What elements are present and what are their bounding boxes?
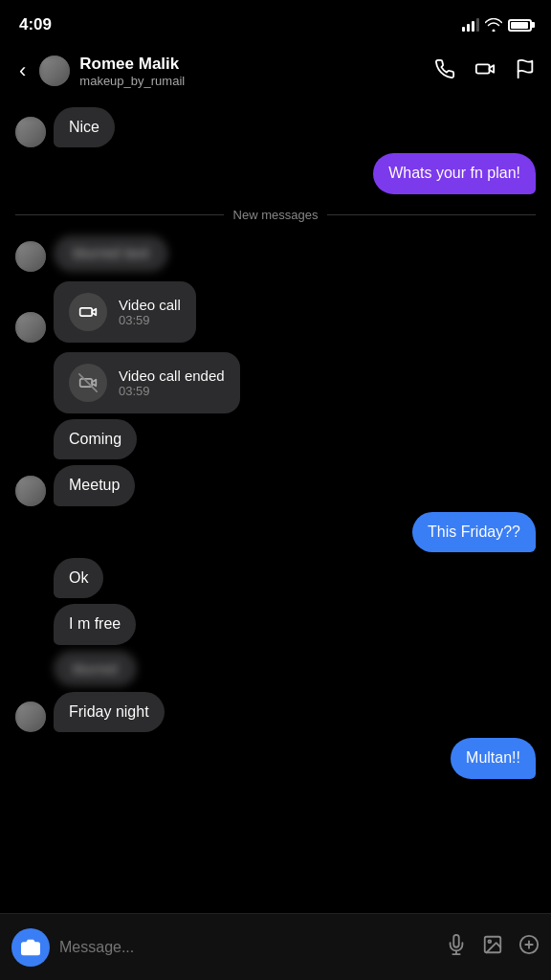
video-ended-icon	[69, 364, 107, 402]
video-call-title: Video call	[119, 297, 181, 313]
message-bubble: Multan!!	[451, 738, 536, 778]
blurred-message: blurred	[54, 651, 137, 686]
message-row: Multan!!	[15, 738, 536, 778]
message-bubble: Nice	[54, 107, 115, 147]
divider-line	[327, 214, 536, 215]
video-ended-title: Video call ended	[119, 368, 225, 384]
phone-icon[interactable]	[434, 58, 455, 84]
divider-label: New messages	[233, 208, 319, 222]
message-row: I m free	[15, 604, 536, 644]
wifi-icon	[485, 18, 502, 32]
message-bubble: Meetup	[54, 465, 135, 505]
status-icons	[462, 18, 532, 32]
avatar	[15, 312, 46, 343]
message-input[interactable]	[59, 939, 436, 956]
status-bar: 4:09	[0, 0, 551, 42]
message-row: Friday night	[15, 692, 536, 732]
add-icon[interactable]	[518, 934, 540, 961]
camera-button[interactable]	[11, 928, 50, 967]
svg-point-9	[488, 940, 491, 943]
message-bubble: This Friday??	[412, 512, 536, 552]
message-row: Ok	[15, 558, 536, 598]
messages-area: Nice Whats your fn plan! New messages bl…	[0, 100, 551, 913]
message-bubble: Coming	[54, 419, 137, 459]
message-row: Video call 03:59	[15, 281, 536, 343]
message-row: Nice	[15, 107, 536, 147]
message-row: blurred text	[15, 235, 536, 272]
message-bubble: Whats your fn plan!	[373, 153, 536, 193]
video-call-icon[interactable]	[474, 58, 496, 84]
status-time: 4:09	[19, 15, 52, 34]
contact-username: makeup_by_rumail	[79, 74, 425, 88]
message-bubble: I m free	[54, 604, 136, 644]
message-row: blurred	[15, 651, 536, 686]
input-bar	[0, 913, 551, 980]
message-row: Coming	[15, 419, 536, 459]
video-call-ended-bubble: Video call ended 03:59	[54, 352, 240, 413]
message-bubble: Ok	[54, 558, 103, 598]
contact-name: Romee Malik	[79, 55, 425, 74]
new-messages-divider: New messages	[15, 208, 536, 222]
back-button[interactable]: ‹	[15, 56, 30, 85]
message-bubble: Friday night	[54, 692, 165, 732]
svg-line-4	[79, 374, 97, 391]
avatar	[15, 241, 46, 272]
image-icon[interactable]	[482, 934, 503, 961]
signal-icon	[462, 18, 479, 32]
avatar	[15, 702, 46, 732]
header-actions	[434, 58, 536, 84]
input-icons	[446, 934, 540, 961]
video-ended-time: 03:59	[119, 384, 225, 398]
video-call-time: 03:59	[119, 313, 181, 327]
message-row: This Friday??	[15, 512, 536, 552]
battery-icon	[508, 19, 532, 32]
blurred-message: blurred text	[54, 235, 168, 272]
avatar	[15, 117, 46, 147]
mic-icon[interactable]	[446, 934, 467, 961]
video-icon	[69, 293, 107, 331]
svg-rect-2	[80, 308, 93, 316]
message-row: Whats your fn plan!	[15, 153, 536, 193]
message-row: Video call ended 03:59	[15, 352, 536, 413]
divider-line	[15, 214, 224, 215]
chat-header: ‹ Romee Malik makeup_by_rumail	[0, 42, 551, 100]
flag-icon[interactable]	[515, 58, 536, 84]
header-avatar	[39, 56, 70, 86]
svg-rect-0	[476, 64, 490, 73]
video-call-bubble: Video call 03:59	[54, 281, 196, 343]
header-info: Romee Malik makeup_by_rumail	[79, 55, 425, 88]
avatar	[15, 476, 46, 506]
message-row: Meetup	[15, 465, 536, 505]
svg-point-5	[28, 945, 34, 951]
